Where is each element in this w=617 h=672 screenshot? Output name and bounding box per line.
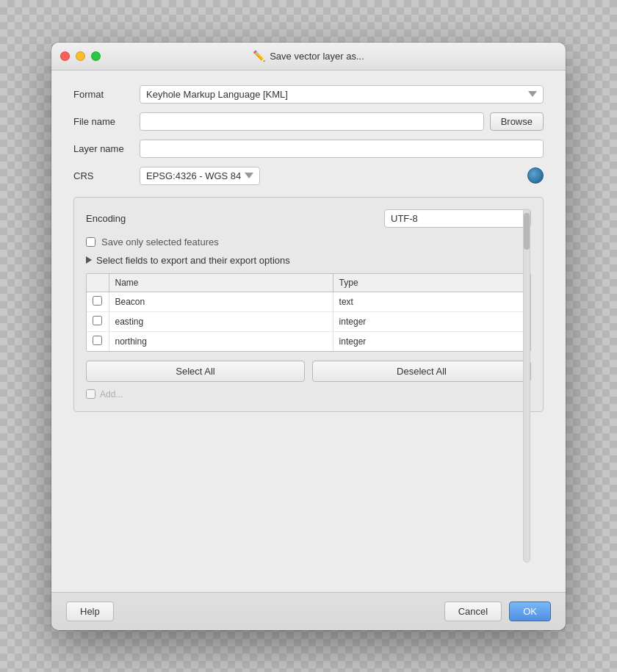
main-content: Format Keyhole Markup Language [KML] Fil…: [51, 71, 566, 592]
row-checkbox-cell: [87, 331, 109, 351]
row-checkbox-cell: [87, 311, 109, 331]
format-row: Format Keyhole Markup Language [KML]: [73, 85, 544, 104]
footer: Help Cancel OK: [51, 592, 566, 630]
title-text: Save vector layer as...: [270, 51, 364, 62]
filename-row: File name /c_test.kml Browse: [73, 112, 544, 131]
action-buttons-row: Select All Deselect All: [86, 361, 531, 382]
table-row: Beacon text: [87, 292, 530, 311]
encoding-label: Encoding: [86, 213, 384, 224]
close-button[interactable]: [60, 51, 70, 61]
maximize-button[interactable]: [91, 51, 101, 61]
row-checkbox-2[interactable]: [93, 336, 102, 345]
scrollbar-thumb[interactable]: [524, 213, 530, 250]
title-icon: ✏️: [253, 50, 265, 62]
fields-table: Name Type Beacon text easting integer: [87, 274, 530, 351]
cancel-button[interactable]: Cancel: [444, 601, 502, 621]
select-all-button[interactable]: Select All: [86, 361, 305, 382]
row-checkbox-cell: [87, 292, 109, 311]
crs-label: CRS: [73, 170, 140, 181]
fields-section-header: Select fields to export and their export…: [86, 255, 531, 266]
row-checkbox-1[interactable]: [93, 316, 102, 325]
encoding-select[interactable]: UTF-8: [384, 209, 531, 228]
format-select[interactable]: Keyhole Markup Language [KML]: [140, 85, 544, 104]
col-check-header: [87, 274, 109, 292]
table-header-row: Name Type: [87, 274, 530, 292]
expand-triangle-icon[interactable]: [86, 256, 92, 264]
fields-table-wrapper: Name Type Beacon text easting integer: [86, 273, 531, 352]
filename-field: /c_test.kml Browse: [140, 112, 544, 131]
encoding-row: Encoding UTF-8: [86, 209, 531, 228]
save-selected-label: Save only selected features: [101, 236, 219, 248]
footer-right: Cancel OK: [444, 601, 551, 621]
layername-row: Layer name c_test: [73, 140, 544, 158]
row-checkbox-0[interactable]: [93, 296, 102, 306]
save-selected-row: Save only selected features: [86, 236, 531, 248]
deselect-all-button[interactable]: Deselect All: [312, 361, 531, 382]
footer-left: Help: [66, 601, 114, 621]
format-select-wrapper: Keyhole Markup Language [KML]: [140, 85, 544, 104]
format-field: Keyhole Markup Language [KML]: [140, 85, 544, 104]
col-type-header: Type: [333, 274, 530, 292]
window-controls: [60, 51, 101, 61]
row-type-cell: integer: [333, 311, 530, 331]
row-type-cell: text: [333, 292, 530, 311]
crs-wrapper: EPSG:4326 - WGS 84: [140, 167, 544, 185]
layername-field: c_test: [140, 140, 544, 158]
fields-section-title: Select fields to export and their export…: [96, 255, 290, 266]
crs-row: CRS EPSG:4326 - WGS 84: [73, 167, 544, 185]
save-selected-checkbox[interactable]: [86, 237, 95, 247]
browse-button[interactable]: Browse: [490, 112, 544, 131]
window-title: ✏️ Save vector layer as...: [253, 50, 364, 62]
filename-input[interactable]: /c_test.kml: [140, 112, 484, 131]
row-name-cell: northing: [109, 331, 333, 351]
add-filter-checkbox[interactable]: [86, 389, 95, 399]
crs-select[interactable]: EPSG:4326 - WGS 84: [140, 167, 260, 185]
help-button[interactable]: Help: [66, 601, 114, 621]
format-label: Format: [73, 89, 140, 100]
col-name-header: Name: [109, 274, 333, 292]
table-row: easting integer: [87, 311, 530, 331]
scrollbar-track: [523, 209, 530, 563]
globe-icon[interactable]: [527, 167, 544, 184]
truncated-text: Add...: [100, 389, 123, 400]
encoding-select-wrapper: UTF-8: [384, 209, 531, 228]
inner-panel-container: Encoding UTF-8 Save only selected featur…: [73, 194, 544, 577]
crs-select-wrapper: EPSG:4326 - WGS 84: [140, 167, 523, 185]
inner-panel: Encoding UTF-8 Save only selected featur…: [73, 197, 544, 412]
layername-input[interactable]: c_test: [140, 140, 544, 158]
main-window: ✏️ Save vector layer as... Format Keyhol…: [51, 43, 566, 630]
layername-label: Layer name: [73, 143, 140, 154]
titlebar: ✏️ Save vector layer as...: [51, 43, 566, 71]
table-row: northing integer: [87, 331, 530, 351]
row-name-cell: Beacon: [109, 292, 333, 311]
row-type-cell: integer: [333, 331, 530, 351]
ok-button[interactable]: OK: [509, 601, 551, 621]
truncated-row: Add...: [86, 389, 531, 400]
filename-label: File name: [73, 116, 140, 127]
minimize-button[interactable]: [76, 51, 85, 61]
crs-field: EPSG:4326 - WGS 84: [140, 167, 544, 185]
row-name-cell: easting: [109, 311, 333, 331]
